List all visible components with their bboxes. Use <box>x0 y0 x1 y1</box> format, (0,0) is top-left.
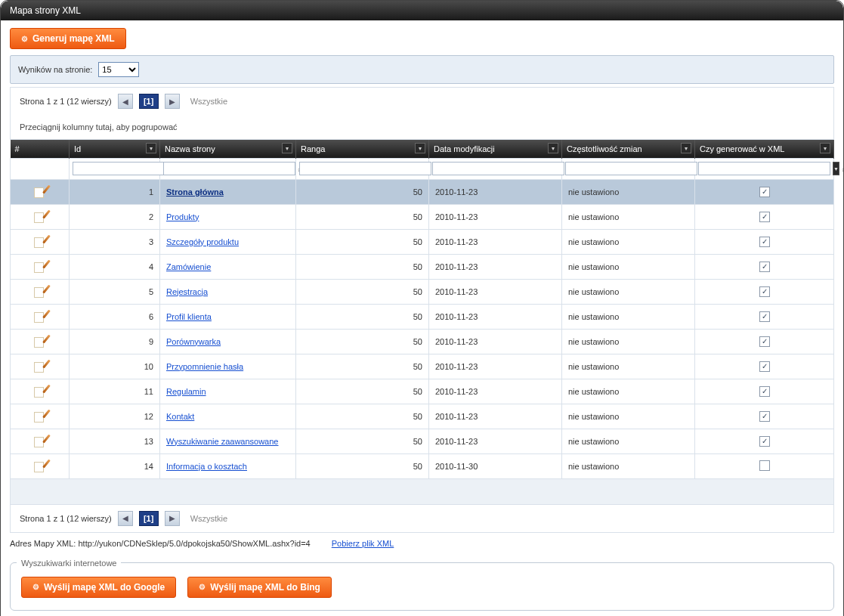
window-title: Mapa strony XML <box>10 5 81 16</box>
pager-current-page[interactable]: [1] <box>139 94 159 109</box>
col-menu-icon[interactable]: ▾ <box>820 143 830 153</box>
cell-id: 5 <box>70 279 160 304</box>
table-row[interactable]: 6Profil klienta502010-11-23nie ustawiono… <box>11 304 834 329</box>
filter-gen-input[interactable] <box>698 162 830 175</box>
table-row[interactable]: 3Szczegóły produktu502010-11-23nie ustaw… <box>11 229 834 254</box>
cell-rank: 50 <box>296 329 429 354</box>
xml-address-text: Adres Mapy XML: http://yukon/CDNeSklep/5… <box>10 539 311 548</box>
pager-prev-button[interactable]: ◀ <box>118 94 133 109</box>
send-google-button[interactable]: ⚙ Wyślij mapę XML do Google <box>21 577 176 598</box>
table-row[interactable]: 10Przypomnienie hasła502010-11-23nie ust… <box>11 354 834 379</box>
cell-date: 2010-11-23 <box>429 254 562 279</box>
edit-icon[interactable] <box>34 185 46 197</box>
send-bing-button[interactable]: ⚙ Wyślij mapę XML do Bing <box>187 577 332 598</box>
generate-checkbox[interactable]: ✓ <box>759 187 770 197</box>
page-name-link[interactable]: Kontakt <box>166 412 194 421</box>
page-name-link[interactable]: Porównywarka <box>166 337 221 346</box>
edit-icon[interactable] <box>34 360 46 372</box>
generate-checkbox[interactable]: ✓ <box>759 411 770 422</box>
filter-name-input[interactable] <box>163 162 295 175</box>
group-by-drop-area[interactable]: Przeciągnij kolumny tutaj, aby pogrupowa… <box>10 115 834 140</box>
generate-checkbox[interactable] <box>759 460 770 471</box>
col-header-hash[interactable]: # <box>11 140 70 158</box>
generate-checkbox[interactable]: ✓ <box>759 436 770 447</box>
col-header-frequency[interactable]: Częstotliwość zmian▾ <box>562 140 695 158</box>
page-name-link[interactable]: Przypomnienie hasła <box>166 362 243 371</box>
pager-next-button[interactable]: ▶ <box>165 511 180 526</box>
col-header-generate[interactable]: Czy generować w XML▾ <box>695 140 834 158</box>
pager-next-button[interactable]: ▶ <box>165 94 180 109</box>
table-row[interactable]: 2Produkty502010-11-23nie ustawiono✓ <box>11 204 834 229</box>
pager-all-link[interactable]: Wszystkie <box>190 97 228 106</box>
cell-date: 2010-11-23 <box>429 429 562 453</box>
filter-rank-input[interactable] <box>299 162 431 175</box>
page-name-link[interactable]: Regulamin <box>166 387 206 396</box>
generate-sitemap-label: Generuj mapę XML <box>32 33 115 44</box>
pager-summary: Strona 1 z 1 (12 wierszy) <box>20 514 112 523</box>
pager-all-link[interactable]: Wszystkie <box>190 514 228 523</box>
col-menu-icon[interactable]: ▾ <box>681 143 691 153</box>
page-name-link[interactable]: Szczegóły produktu <box>166 237 239 246</box>
sitemap-window: Mapa strony XML ⚙ Generuj mapę XML Wynik… <box>0 0 844 616</box>
col-menu-icon[interactable]: ▾ <box>282 143 292 153</box>
edit-icon[interactable] <box>34 310 46 322</box>
table-row[interactable]: 1Strona główna502010-11-23nie ustawiono✓ <box>11 179 834 204</box>
table-row[interactable]: 12Kontakt502010-11-23nie ustawiono✓ <box>11 404 834 429</box>
table-row[interactable]: 13Wyszukiwanie zaawansowane502010-11-23n… <box>11 429 834 453</box>
pager-prev-button[interactable]: ◀ <box>118 511 133 526</box>
table-row[interactable]: 11Regulamin502010-11-23nie ustawiono✓ <box>11 379 834 404</box>
col-header-modified[interactable]: Data modyfikacji▾ <box>429 140 562 158</box>
generate-checkbox[interactable]: ✓ <box>759 212 770 222</box>
col-menu-icon[interactable]: ▾ <box>548 143 558 153</box>
generate-checkbox[interactable]: ✓ <box>759 361 770 372</box>
edit-icon[interactable] <box>34 260 46 272</box>
cell-frequency: nie ustawiono <box>562 279 695 304</box>
dropdown-icon[interactable]: ▼ <box>833 162 839 175</box>
page-name-link[interactable]: Wyszukiwanie zaawansowane <box>166 437 278 446</box>
edit-icon[interactable] <box>34 385 46 397</box>
page-name-link[interactable]: Zamówienie <box>166 262 211 271</box>
edit-icon[interactable] <box>34 460 46 472</box>
col-menu-icon[interactable]: ▾ <box>146 143 156 153</box>
generate-checkbox[interactable]: ✓ <box>759 386 770 397</box>
cell-rank: 50 <box>296 354 429 379</box>
cell-rank: 50 <box>296 304 429 329</box>
cell-id: 11 <box>70 379 160 404</box>
edit-icon[interactable] <box>34 210 46 222</box>
page-name-link[interactable]: Rejestracja <box>166 287 208 296</box>
table-row[interactable]: 9Porównywarka502010-11-23nie ustawiono✓ <box>11 329 834 354</box>
cell-id: 9 <box>70 329 160 354</box>
pager-current-page[interactable]: [1] <box>139 511 159 526</box>
filter-date-input[interactable] <box>432 162 564 175</box>
page-name-link[interactable]: Informacja o kosztach <box>166 462 247 471</box>
cell-rank: 50 <box>296 453 429 478</box>
edit-icon[interactable] <box>34 435 46 447</box>
col-header-rank[interactable]: Ranga▾ <box>296 140 429 158</box>
table-row[interactable]: 5Rejestracja502010-11-23nie ustawiono✓ <box>11 279 834 304</box>
generate-checkbox[interactable]: ✓ <box>759 262 770 272</box>
page-name-link[interactable]: Strona główna <box>166 187 224 197</box>
generate-checkbox[interactable]: ✓ <box>759 237 770 247</box>
edit-icon[interactable] <box>34 285 46 297</box>
page-name-link[interactable]: Produkty <box>166 212 199 221</box>
cell-frequency: nie ustawiono <box>562 453 695 478</box>
col-menu-icon[interactable]: ▾ <box>415 143 425 153</box>
edit-icon[interactable] <box>34 235 46 247</box>
table-row[interactable]: 14Informacja o kosztach502010-11-30nie u… <box>11 453 834 478</box>
download-xml-link[interactable]: Pobierz plik XML <box>332 539 394 548</box>
generate-sitemap-button[interactable]: ⚙ Generuj mapę XML <box>10 28 126 49</box>
generate-checkbox[interactable]: ✓ <box>759 336 770 347</box>
table-row[interactable]: 4Zamówienie502010-11-23nie ustawiono✓ <box>11 254 834 279</box>
page-size-label: Wyników na stronie: <box>18 65 92 74</box>
edit-icon[interactable] <box>34 335 46 347</box>
edit-icon[interactable] <box>34 410 46 422</box>
cell-id: 13 <box>70 429 160 453</box>
page-name-link[interactable]: Profil klienta <box>166 312 212 321</box>
generate-checkbox[interactable]: ✓ <box>759 286 770 297</box>
cell-id: 14 <box>70 453 160 478</box>
filter-freq-input[interactable] <box>565 162 697 175</box>
page-size-select[interactable]: 15 <box>98 62 139 77</box>
generate-checkbox[interactable]: ✓ <box>759 311 770 322</box>
col-header-name[interactable]: Nazwa strony▾ <box>160 140 296 158</box>
col-header-id[interactable]: Id▾ <box>70 140 160 158</box>
